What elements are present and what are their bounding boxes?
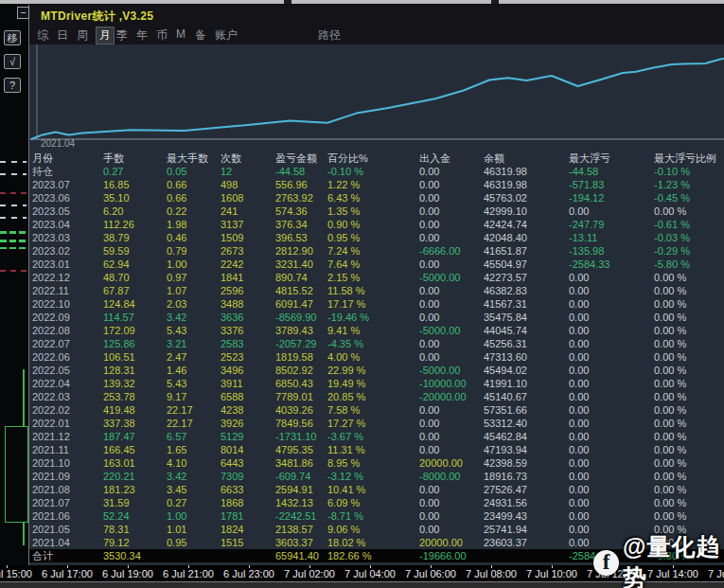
table-cell: 2.03 xyxy=(167,297,221,311)
table-cell: 3530.34 xyxy=(103,549,167,562)
table-cell: 0.00 % xyxy=(654,509,724,523)
table-cell: 1.00 xyxy=(167,509,221,523)
table-cell: -0.10 % xyxy=(327,165,419,178)
trading-terminal-screen: 移√? − MTDriver统计 ,V3.25 综日周月季年币M备账户路径 20… xyxy=(0,0,724,588)
table-row: 2023.0635.100.6616082763.926.43 %0.00457… xyxy=(29,191,724,205)
time-axis-label: 7 Jul 10:00 xyxy=(526,568,577,579)
menu-item-7[interactable]: 币 xyxy=(156,27,168,44)
table-cell: 20.85 % xyxy=(327,390,419,403)
table-cell: 2021.09 xyxy=(32,470,103,483)
table-cell: 0.00 xyxy=(419,258,484,271)
table-cell: 42999.10 xyxy=(484,205,569,218)
price-level-line xyxy=(0,240,26,242)
menu-item-1[interactable]: 综 xyxy=(37,27,48,44)
table-cell: 17.17 % xyxy=(327,297,419,311)
table-cell: 48.70 xyxy=(103,271,167,284)
table-cell: 0.00 xyxy=(419,165,484,178)
menu-item-3[interactable]: 周 xyxy=(77,27,88,44)
table-cell: 6850.43 xyxy=(275,377,327,390)
table-cell: 0.27 xyxy=(167,496,221,509)
minimize-button[interactable]: − xyxy=(17,7,29,19)
table-cell: -609.74 xyxy=(275,470,327,483)
table-cell: 62.94 xyxy=(103,258,167,271)
table-cell: 持仓 xyxy=(32,165,103,178)
table-cell: -247.79 xyxy=(569,218,654,231)
table-cell: 2.47 xyxy=(167,350,221,364)
table-cell: 0.00 xyxy=(569,483,654,496)
table-cell: 0.00 xyxy=(569,403,654,417)
table-cell: 65941.40 xyxy=(275,549,327,562)
table-cell: 128.31 xyxy=(103,364,167,377)
table-cell: 20000.00 xyxy=(419,536,484,549)
table-cell: 0.27 xyxy=(103,165,167,178)
table-cell: 6.09 % xyxy=(327,496,419,509)
table-row: 2022.01337.3822.1739267849.5617.27 %0.00… xyxy=(29,417,724,430)
table-cell: 0.00 % xyxy=(654,205,724,218)
table-cell: 0.95 xyxy=(167,536,221,549)
table-row: 2022.08172.095.4333763789.439.41 %-5000.… xyxy=(29,324,724,337)
table-row: 2023.056.200.22241574.361.35 %0.0042999.… xyxy=(29,205,724,218)
table-cell: 余额 xyxy=(484,151,569,165)
mtdriver-stats-panel: MTDriver统计 ,V3.25 综日周月季年币M备账户路径 2021.04 … xyxy=(28,5,724,565)
menu-item-6[interactable]: 年 xyxy=(136,27,148,44)
table-cell: 7849.56 xyxy=(275,417,327,430)
table-cell: 2023.06 xyxy=(32,191,103,205)
menu-item-10[interactable]: 账户 xyxy=(215,27,238,44)
menu-item-5[interactable]: 季 xyxy=(116,27,128,44)
facebook-icon: f xyxy=(593,550,619,576)
table-cell: 6.20 xyxy=(103,205,167,218)
table-cell: -5000.00 xyxy=(419,271,484,284)
time-axis-label: 6 Jul 17:00 xyxy=(42,568,93,579)
table-cell: 0.00 xyxy=(419,205,484,218)
menu-item-9[interactable]: 备 xyxy=(195,27,206,44)
table-cell: 0.00 xyxy=(419,337,484,350)
help-button[interactable]: ? xyxy=(4,78,21,93)
table-cell: 4238 xyxy=(221,403,275,417)
table-row: 持仓0.270.0512-44.58-0.10 %0.0046319.98-44… xyxy=(29,165,724,178)
table-cell: 11.58 % xyxy=(327,284,419,297)
table-cell: 0.00 xyxy=(569,390,654,403)
table-cell: 5129 xyxy=(221,430,275,443)
table-cell: 35475.84 xyxy=(484,311,569,324)
menu-item-11[interactable]: 路径 xyxy=(318,27,341,44)
table-cell: 376.34 xyxy=(275,218,327,231)
table-cell: -5.80 % xyxy=(654,258,724,271)
table-cell: 27526.47 xyxy=(484,483,569,496)
table-row: 2021.09220.213.427309-609.74-3.12 %-8000… xyxy=(29,470,724,483)
table-cell: 4.10 xyxy=(167,456,221,470)
table-row: 2022.06106.512.4725231819.584.00 %0.0047… xyxy=(29,350,724,364)
table-cell: 8502.92 xyxy=(275,364,327,377)
table-cell: 0.00 % xyxy=(654,483,724,496)
table-cell: 0.00 % xyxy=(654,311,724,324)
table-cell: 0.00 xyxy=(419,430,484,443)
menu-item-4[interactable]: 月 xyxy=(97,27,114,44)
table-cell: 3.42 xyxy=(167,470,221,483)
table-row: 2021.0652.241.001781-2242.51-8.71 %0.002… xyxy=(29,509,724,523)
table-cell: 419.48 xyxy=(103,403,167,417)
table-cell: 67.87 xyxy=(103,284,167,297)
table-cell: 1781 xyxy=(221,509,275,523)
table-cell: 3789.43 xyxy=(275,324,327,337)
table-cell: 9.17 xyxy=(167,390,221,403)
table-row: 2021.12187.476.575129-1731.10-3.67 %0.00… xyxy=(29,430,724,443)
menu-item-8[interactable]: M xyxy=(176,27,185,41)
table-cell: 220.21 xyxy=(103,470,167,483)
check-button[interactable]: √ xyxy=(4,54,21,69)
table-cell: 182.66 % xyxy=(327,549,419,562)
table-cell: 2023.04 xyxy=(32,218,103,231)
table-cell: 16.85 xyxy=(103,178,167,191)
move-button[interactable]: 移 xyxy=(4,30,21,45)
table-cell: 0.00 xyxy=(419,417,484,430)
table-row: 2023.0716.850.66498556.961.22 %0.0046319… xyxy=(29,178,724,191)
table-cell: -8000.00 xyxy=(419,470,484,483)
table-cell: 0.90 % xyxy=(327,218,419,231)
table-cell: 2022.08 xyxy=(32,324,103,337)
table-cell: 0.00 xyxy=(419,496,484,509)
price-level-line xyxy=(0,270,26,272)
table-cell: 22.17 xyxy=(167,403,221,417)
table-cell: 0.00 % xyxy=(654,337,724,350)
table-cell: 0.00 xyxy=(419,403,484,417)
table-cell: 53312.40 xyxy=(484,417,569,430)
menu-item-2[interactable]: 日 xyxy=(57,27,68,44)
table-cell: 3636 xyxy=(221,311,275,324)
